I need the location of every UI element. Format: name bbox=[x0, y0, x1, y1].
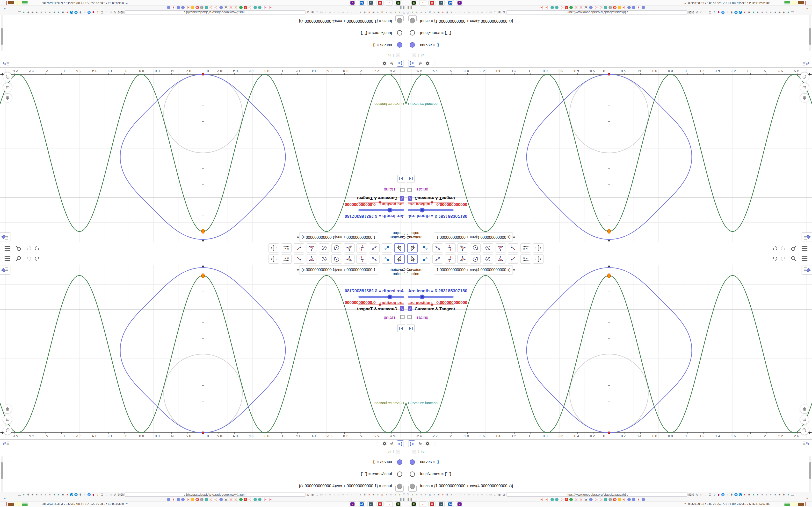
firefox-app-icon[interactable]: ● bbox=[386, 501, 393, 507]
ghost-box-icon[interactable]: ▫ bbox=[459, 11, 462, 14]
ext-dot-icon[interactable]: ● bbox=[411, 11, 414, 14]
algebra-row-curves[interactable]: curves = {} ⋮ bbox=[406, 456, 812, 468]
forward-icon[interactable]: → bbox=[704, 11, 707, 14]
paint-ext-icon[interactable]: ◆ bbox=[717, 11, 720, 14]
gear-ext-icon[interactable]: ✱ bbox=[730, 493, 733, 496]
tracing-checkbox[interactable] bbox=[400, 188, 405, 192]
graphics-stylebar-button[interactable] bbox=[802, 233, 812, 241]
tool-move-button[interactable] bbox=[394, 255, 405, 264]
visibility-marble[interactable] bbox=[410, 471, 415, 477]
reload-icon[interactable]: C bbox=[708, 493, 711, 496]
tool-conic-button[interactable] bbox=[483, 255, 493, 264]
tab-dot-icon[interactable]: ○ bbox=[485, 11, 488, 14]
bookmark-favicon[interactable] bbox=[219, 6, 223, 9]
tab-dot-icon[interactable]: ○ bbox=[337, 493, 340, 496]
tool-perpendicular-button[interactable] bbox=[445, 255, 456, 264]
bookmark-favicon[interactable]: G bbox=[540, 498, 544, 501]
tool-point-button[interactable]: A bbox=[382, 243, 392, 252]
bookmark-star-icon[interactable]: ☆ bbox=[109, 493, 112, 496]
bookmark-favicon[interactable] bbox=[604, 6, 607, 9]
collapse-list-button[interactable]: − bbox=[412, 53, 416, 57]
tool-point-button[interactable]: A bbox=[382, 255, 392, 264]
algebra-row-funcs[interactable]: funcs = {1.000000000000 + cos(4.00000000… bbox=[0, 14, 406, 27]
dropdown-arrow-icon[interactable] bbox=[512, 269, 516, 271]
tool-move-button[interactable] bbox=[407, 243, 418, 252]
curvature-tangent-checkbox[interactable]: ✓ bbox=[400, 306, 404, 311]
curve-point[interactable] bbox=[608, 274, 611, 278]
bookmark-favicon[interactable]: G bbox=[560, 498, 564, 501]
wrench-ext-icon[interactable]: ✦ bbox=[778, 11, 781, 14]
bookmark-favicon[interactable]: G bbox=[546, 498, 549, 501]
avatar-app-icon[interactable]: ● bbox=[349, 501, 356, 507]
colorful-globe-ext-icon[interactable]: ● bbox=[57, 493, 60, 496]
url-bar[interactable]: https://www.geogebra.org/classic/aagcxh3… bbox=[506, 493, 688, 497]
redo-button[interactable] bbox=[26, 256, 33, 262]
tool-circle-button[interactable] bbox=[470, 255, 481, 264]
tool-conic-button[interactable] bbox=[319, 243, 329, 252]
translate-ext-icon[interactable]: A bbox=[721, 11, 724, 14]
shield-ext-icon[interactable]: ● bbox=[53, 493, 56, 496]
settings-ext-icon[interactable]: ✱ bbox=[27, 11, 30, 14]
zoom-level-badge[interactable]: 81% bbox=[688, 11, 694, 14]
ghost-box-icon[interactable]: ▫ bbox=[454, 493, 457, 496]
tool-line-button[interactable] bbox=[369, 243, 379, 252]
bookmark-favicon[interactable] bbox=[176, 498, 180, 501]
bookmark-favicon[interactable]: G bbox=[263, 6, 266, 10]
bookmark-favicon[interactable]: G bbox=[599, 498, 603, 501]
globe-icon[interactable]: ● bbox=[376, 493, 379, 496]
arc-position-slider[interactable] bbox=[408, 304, 454, 305]
bookmark-star-icon[interactable]: ☆ bbox=[700, 11, 703, 14]
forward-icon[interactable]: → bbox=[704, 493, 707, 496]
zoom-level-badge[interactable]: 81% bbox=[118, 11, 124, 14]
scrollbar-thumb[interactable] bbox=[809, 28, 811, 45]
settings-ext-icon[interactable]: ✱ bbox=[782, 11, 785, 14]
screenshot-app-icon[interactable]: ▣ bbox=[395, 501, 402, 507]
algebra-stylebar-button[interactable] bbox=[802, 60, 810, 67]
tool-point-button[interactable]: A bbox=[420, 255, 430, 264]
undo-button[interactable] bbox=[34, 245, 40, 251]
play-pause-button[interactable] bbox=[397, 324, 405, 332]
bookmark-favicon[interactable]: G bbox=[268, 498, 272, 501]
dropdown-arrow-icon[interactable] bbox=[296, 269, 300, 271]
bookmark-favicon[interactable] bbox=[551, 498, 554, 501]
globe-icon[interactable]: ● bbox=[415, 493, 418, 496]
bookmark-favicon[interactable]: G bbox=[574, 498, 578, 501]
algebra-stylebar-button[interactable] bbox=[802, 440, 810, 447]
target-icon[interactable]: ◦ bbox=[463, 11, 466, 14]
bookmark-favicon[interactable] bbox=[589, 6, 593, 9]
bookmark-favicon[interactable] bbox=[191, 498, 194, 501]
globe-icon[interactable]: ● bbox=[419, 493, 423, 496]
tool-perpendicular-button[interactable] bbox=[356, 243, 367, 252]
shield-icon[interactable]: ◉ bbox=[498, 11, 501, 14]
bookmark-favicon[interactable]: G bbox=[599, 6, 603, 10]
globe-icon[interactable]: ● bbox=[394, 11, 397, 14]
bookmark-favicon[interactable]: G bbox=[248, 6, 252, 10]
algebra-row-funcnames[interactable]: funcNames = {" "} bbox=[0, 468, 406, 480]
tool-line-button[interactable] bbox=[433, 255, 443, 264]
link-icon[interactable]: x bbox=[385, 493, 388, 496]
bookmark-favicon[interactable] bbox=[254, 498, 257, 501]
folder-icon[interactable]: ▭ bbox=[320, 493, 323, 496]
shield3-ext-icon[interactable]: ● bbox=[44, 493, 47, 496]
tab-dot-icon[interactable]: ○ bbox=[328, 493, 332, 496]
algebra-row-funcnames[interactable]: funcNames = {" "} bbox=[406, 468, 812, 480]
virtual-keyboard-button[interactable] bbox=[408, 15, 417, 21]
floppy64-app-icon[interactable]: 64 bbox=[358, 0, 365, 6]
paint-ext-icon[interactable]: ◆ bbox=[92, 493, 95, 496]
bookmark-favicon[interactable]: G bbox=[229, 6, 233, 10]
bookmark-favicon[interactable] bbox=[219, 498, 223, 501]
screenshot-app-icon[interactable]: ▣ bbox=[410, 501, 417, 507]
link-icon[interactable]: x bbox=[424, 11, 427, 14]
tool-perpendicular-button[interactable] bbox=[356, 255, 367, 264]
shield2-ext-icon[interactable]: ● bbox=[761, 11, 764, 14]
folder-icon[interactable]: ▭ bbox=[489, 11, 492, 14]
download-icon[interactable]: ↓ bbox=[713, 493, 716, 496]
arc-position-point[interactable] bbox=[202, 73, 204, 75]
bookmark-favicon[interactable]: Я bbox=[565, 498, 568, 501]
home-view-button[interactable] bbox=[3, 94, 12, 102]
colorful-globe-ext-icon[interactable]: ● bbox=[57, 11, 60, 14]
arc-length-slider[interactable] bbox=[408, 209, 454, 211]
arc-length-slider-knob[interactable] bbox=[420, 208, 424, 213]
zoom-out-button[interactable] bbox=[800, 72, 809, 81]
ext-dot-icon[interactable]: ● bbox=[398, 11, 401, 14]
